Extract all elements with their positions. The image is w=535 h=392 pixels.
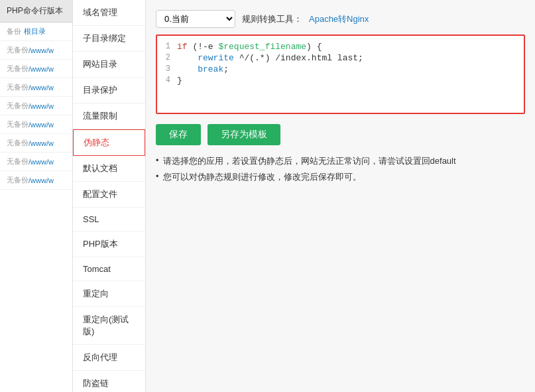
site-list: 备份 根目录 无备份 /www/w 无备份 /www/w 无备份 /www/w … [0, 23, 72, 392]
code-line-1: 1 if (!-e $request_filename) { [157, 41, 524, 52]
line-content-1: if (!-e $request_filename) { [177, 42, 322, 52]
save-as-template-button[interactable]: 另存为模板 [208, 124, 280, 145]
line-num-2: 2 [157, 53, 177, 62]
note-text-2: 您可以对伪静态规则进行修改，修改完后保存即可。 [163, 171, 361, 183]
code-line-4: 4 } [157, 75, 524, 86]
code-line-2: 2 rewrite ^/(.*) /index.html last; [157, 52, 524, 64]
line-num-3: 3 [157, 64, 177, 74]
site-row-5[interactable]: 无备份 /www/w [0, 115, 72, 134]
site-row-1[interactable]: 无备份 /www/w [0, 41, 72, 60]
mid-nav: 域名管理 子目录绑定 网站目录 目录保护 流量限制 伪静态 默认文档 配置文件 … [73, 0, 146, 392]
convert-link[interactable]: Apache转Nginx [309, 13, 369, 25]
site-domain-7: /www/w [29, 158, 54, 166]
site-domain-2: /www/w [29, 65, 54, 73]
nav-default-doc[interactable]: 默认文档 [73, 156, 145, 182]
note-1: • 请选择您的应用，若设置伪静态后，网站无法正常访问，请尝试设置回default [156, 155, 525, 167]
nav-ssl[interactable]: SSL [73, 208, 145, 231]
toolbar-row: 0.当前 规则转换工具： Apache转Nginx [156, 10, 525, 28]
line-content-4: } [177, 76, 182, 86]
no-backup-4: 无备份 [7, 101, 29, 111]
nav-redirect[interactable]: 重定向 [73, 281, 145, 307]
php-version-label[interactable]: PHP命令行版本 [0, 0, 72, 23]
site-domain-6: /www/w [29, 139, 54, 147]
code-editor[interactable]: 1 if (!-e $request_filename) { 2 rewrite… [156, 34, 525, 114]
site-row-0[interactable]: 备份 根目录 [0, 23, 72, 41]
no-backup-5: 无备份 [7, 119, 29, 129]
no-backup-1: 无备份 [7, 45, 29, 55]
save-button[interactable]: 保存 [156, 124, 201, 145]
nav-redirect-test[interactable]: 重定向(测试版) [73, 307, 145, 345]
no-backup-7: 无备份 [7, 157, 29, 166]
main-content: 0.当前 规则转换工具： Apache转Nginx 1 if (!-e $req… [146, 0, 535, 392]
notes-section: • 请选择您的应用，若设置伪静态后，网站无法正常访问，请尝试设置回default… [156, 155, 525, 187]
site-domain-4: /www/w [29, 102, 54, 110]
site-label-0: 根目录 [24, 27, 46, 36]
button-row: 保存 另存为模板 [156, 124, 525, 145]
site-row-8[interactable]: 无备份 /www/w [0, 171, 72, 190]
code-line-3: 3 break; [157, 64, 524, 75]
note-text-1: 请选择您的应用，若设置伪静态后，网站无法正常访问，请尝试设置回default [163, 155, 456, 167]
no-backup-3: 无备份 [7, 82, 29, 92]
nav-reverse-proxy[interactable]: 反向代理 [73, 345, 145, 371]
nav-site-dir[interactable]: 网站目录 [73, 52, 145, 78]
site-domain-1: /www/w [29, 46, 54, 54]
no-backup-2: 无备份 [7, 64, 29, 74]
line-content-2: rewrite ^/(.*) /index.html last; [177, 53, 363, 63]
nav-php-version[interactable]: PHP版本 [73, 231, 145, 257]
left-sidebar: PHP命令行版本 备份 根目录 无备份 /www/w 无备份 /www/w 无备… [0, 0, 73, 392]
bullet-1: • [156, 155, 159, 165]
site-row-3[interactable]: 无备份 /www/w [0, 78, 72, 97]
site-domain-8: /www/w [29, 176, 54, 184]
note-2: • 您可以对伪静态规则进行修改，修改完后保存即可。 [156, 171, 525, 183]
line-num-4: 4 [157, 76, 177, 85]
site-domain-3: /www/w [29, 84, 54, 92]
line-content-3: break; [177, 64, 229, 74]
nav-hotlink[interactable]: 防盗链 [73, 371, 145, 392]
site-row-6[interactable]: 无备份 /www/w [0, 134, 72, 153]
nav-subdir[interactable]: 子目录绑定 [73, 26, 145, 52]
site-row-4[interactable]: 无备份 /www/w [0, 97, 72, 115]
site-select[interactable]: 0.当前 [156, 10, 235, 28]
backup-badge-0: 备份 [7, 27, 21, 36]
convert-prefix: 规则转换工具： [242, 13, 302, 25]
site-row-7[interactable]: 无备份 /www/w [0, 153, 72, 171]
no-backup-6: 无备份 [7, 138, 29, 148]
nav-traffic[interactable]: 流量限制 [73, 103, 145, 129]
nav-tomcat[interactable]: Tomcat [73, 257, 145, 281]
no-backup-8: 无备份 [7, 175, 29, 185]
nav-config-file[interactable]: 配置文件 [73, 182, 145, 208]
line-num-1: 1 [157, 42, 177, 51]
nav-domain[interactable]: 域名管理 [73, 0, 145, 26]
site-domain-5: /www/w [29, 121, 54, 129]
bullet-2: • [156, 171, 159, 181]
nav-pseudo-static[interactable]: 伪静态 [73, 129, 145, 156]
nav-dir-protect[interactable]: 目录保护 [73, 78, 145, 103]
site-row-2[interactable]: 无备份 /www/w [0, 60, 72, 78]
